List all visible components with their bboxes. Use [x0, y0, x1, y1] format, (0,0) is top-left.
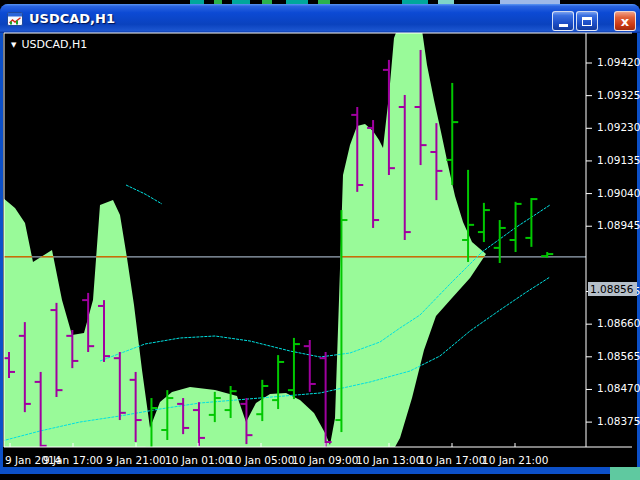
ohlc-bar	[525, 198, 537, 247]
price-tick-label: 1.09420	[597, 56, 640, 68]
screenshot-root: USDCAD,H1 x ▼ USDCAD,H1 1.094201.093251.…	[0, 0, 640, 480]
ohlc-bar	[304, 340, 316, 392]
plot-area	[2, 30, 586, 458]
time-tick-label: 10 Jan 17:00	[419, 454, 485, 466]
current-price-label: 1.08856	[588, 282, 637, 296]
chart-label-text: USDCAD,H1	[21, 38, 87, 51]
background-bottom-strip	[0, 474, 640, 480]
time-tick-label: 10 Jan 13:00	[356, 454, 422, 466]
time-tick-label: 10 Jan 09:00	[292, 454, 358, 466]
chevron-down-icon: ▼	[11, 41, 16, 49]
time-tick-label: 10 Jan 21:00	[482, 454, 548, 466]
chart-canvas[interactable]: ▼ USDCAD,H1 1.094201.093251.092301.09135…	[3, 33, 637, 467]
price-axis[interactable]: 1.094201.093251.092301.091351.090401.089…	[589, 33, 635, 453]
chart-window: USDCAD,H1 x ▼ USDCAD,H1 1.094201.093251.…	[0, 4, 640, 474]
price-chart	[0, 0, 640, 480]
price-tick-label: 1.08375	[597, 415, 640, 427]
ohlc-bar	[510, 202, 522, 252]
price-tick-label: 1.09135	[597, 154, 640, 166]
price-tick-label: 1.08565	[597, 350, 640, 362]
upper-band-left-segment	[126, 185, 162, 204]
ohlc-bar	[478, 203, 490, 242]
indicator-fill-area	[2, 30, 486, 447]
price-tick-label: 1.09325	[597, 89, 640, 101]
time-tick-label: 9 Jan 21:00	[106, 454, 166, 466]
price-tick-label: 1.08945	[597, 219, 640, 231]
upper-band-line	[100, 205, 550, 361]
time-axis[interactable]: 9 Jan 20149 Jan 17:009 Jan 21:0010 Jan 0…	[3, 452, 637, 467]
time-tick-label: 9 Jan 17:00	[43, 454, 103, 466]
price-tick-label: 1.09040	[597, 187, 640, 199]
ohlc-bar	[288, 338, 300, 399]
price-tick-label: 1.09230	[597, 121, 640, 133]
time-tick-label: 10 Jan 01:00	[165, 454, 231, 466]
background-corner-patch	[610, 467, 640, 480]
time-tick-label: 10 Jan 05:00	[228, 454, 294, 466]
chart-symbol-label: ▼ USDCAD,H1	[11, 38, 87, 51]
price-tick-label: 1.08470	[597, 382, 640, 394]
price-tick-label: 1.08660	[597, 317, 640, 329]
